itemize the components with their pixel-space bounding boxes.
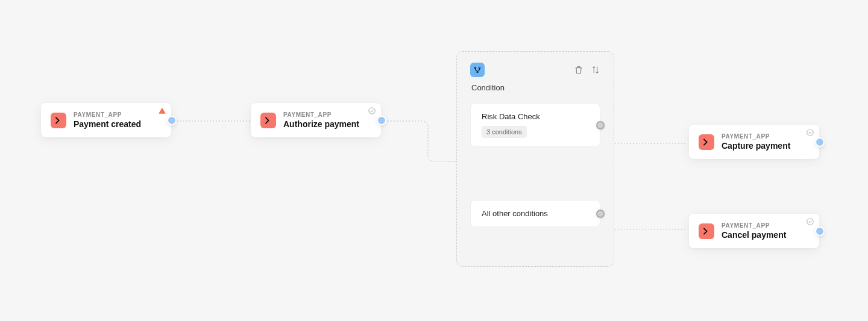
check-circle-icon: [806, 217, 814, 226]
node-tag: PAYMENT_APP: [722, 133, 790, 140]
branch-icon: [470, 63, 485, 77]
warning-icon: [158, 107, 166, 115]
app-icon: [699, 134, 714, 150]
svg-point-3: [477, 71, 478, 72]
svg-point-2: [479, 67, 480, 68]
node-tag: PAYMENT_APP: [283, 111, 359, 118]
branch-risk-data-check[interactable]: Risk Data Check 3 conditions: [470, 103, 600, 147]
node-tag: PAYMENT_APP: [722, 222, 786, 229]
branch-output-port[interactable]: [596, 210, 605, 218]
check-circle-icon: [368, 107, 376, 115]
app-icon: [51, 113, 66, 128]
conditions-chip: 3 conditions: [482, 126, 527, 138]
app-icon: [699, 223, 714, 239]
node-authorize-payment[interactable]: PAYMENT_APP Authorize payment: [251, 103, 381, 137]
svg-point-5: [807, 219, 814, 225]
branch-all-other[interactable]: All other conditions: [470, 200, 600, 227]
branch-title: All other conditions: [482, 209, 589, 218]
output-port[interactable]: [377, 116, 386, 125]
node-title: Payment created: [74, 119, 141, 129]
check-circle-icon: [806, 128, 814, 137]
condition-label: Condition: [470, 83, 600, 92]
condition-node[interactable]: Condition Risk Data Check 3 conditions A…: [456, 51, 614, 267]
app-icon: [260, 113, 276, 128]
branch-output-port[interactable]: [596, 121, 605, 129]
sort-icon[interactable]: [591, 65, 600, 75]
svg-point-4: [807, 129, 814, 136]
output-port[interactable]: [815, 226, 825, 236]
node-cancel-payment[interactable]: PAYMENT_APP Cancel payment: [689, 214, 819, 248]
branch-title: Risk Data Check: [482, 112, 589, 121]
node-title: Authorize payment: [283, 119, 359, 129]
node-title: Cancel payment: [722, 230, 786, 240]
node-payment-created[interactable]: PAYMENT_APP Payment created: [41, 103, 171, 137]
node-capture-payment[interactable]: PAYMENT_APP Capture payment: [689, 125, 819, 159]
node-title: Capture payment: [722, 141, 790, 151]
svg-point-1: [474, 67, 476, 68]
output-port[interactable]: [167, 116, 177, 125]
delete-icon[interactable]: [574, 65, 583, 75]
output-port[interactable]: [815, 137, 825, 147]
node-tag: PAYMENT_APP: [74, 111, 141, 118]
svg-point-0: [369, 108, 376, 114]
flow-edges: [0, 0, 868, 321]
